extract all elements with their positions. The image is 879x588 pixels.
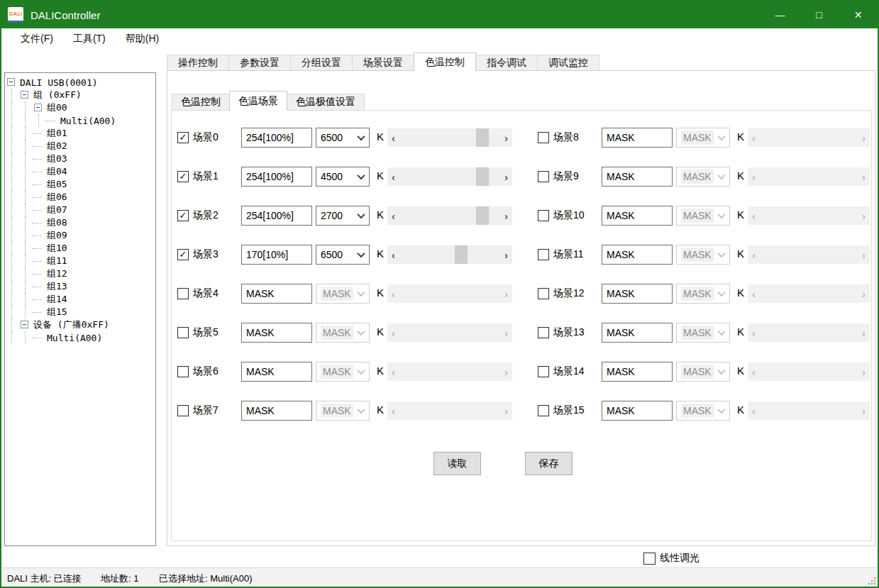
- scene-label: 场景3: [193, 248, 219, 261]
- scene-checkbox[interactable]: [177, 366, 189, 377]
- tree-item[interactable]: 组04: [5, 165, 155, 178]
- tree-item[interactable]: 设备 (广播0xFF): [5, 318, 155, 331]
- tree-item[interactable]: 组 (0xFF): [5, 89, 155, 101]
- read-button[interactable]: 读取: [433, 452, 481, 475]
- maximize-button[interactable]: □: [800, 1, 839, 28]
- linear-dimming-checkbox[interactable]: [643, 553, 656, 565]
- tab-色温控制[interactable]: 色温控制: [414, 52, 476, 71]
- scene-checkbox[interactable]: [177, 405, 189, 416]
- tab-操作控制[interactable]: 操作控制: [167, 55, 229, 71]
- tree-item[interactable]: 组02: [5, 140, 155, 152]
- tree-item[interactable]: 组07: [5, 204, 155, 216]
- cct-scrollbar[interactable]: ‹›: [387, 128, 512, 147]
- tree-item[interactable]: 组14: [5, 293, 155, 306]
- scroll-left-icon[interactable]: ‹: [387, 206, 399, 225]
- scene-checkbox[interactable]: [538, 132, 549, 143]
- collapse-icon[interactable]: [32, 101, 45, 114]
- scene-brightness-input[interactable]: [602, 362, 673, 382]
- tree-item[interactable]: 组11: [5, 255, 155, 267]
- cct-scrollbar[interactable]: ‹›: [387, 245, 512, 264]
- menu-item-文件(F)[interactable]: 文件(F): [11, 33, 63, 45]
- close-button[interactable]: ✕: [839, 1, 878, 28]
- scene-checkbox[interactable]: [538, 171, 549, 182]
- scroll-left-icon[interactable]: ‹: [387, 128, 399, 147]
- scroll-right-icon[interactable]: ›: [500, 167, 512, 186]
- scroll-right-icon[interactable]: ›: [500, 245, 512, 264]
- tree-item[interactable]: 组13: [5, 280, 155, 293]
- tree-item[interactable]: 组00: [5, 101, 155, 114]
- tree-item[interactable]: 组15: [5, 306, 155, 318]
- tree-item[interactable]: 组06: [5, 191, 155, 204]
- collapse-icon[interactable]: [18, 318, 32, 331]
- scrollbar-thumb[interactable]: [455, 245, 468, 264]
- scene-checkbox[interactable]: ✓: [177, 249, 189, 260]
- tab-分组设置[interactable]: 分组设置: [290, 55, 353, 71]
- tree-item[interactable]: 组08: [5, 216, 155, 229]
- scene-brightness-input[interactable]: [241, 206, 312, 226]
- scene-checkbox[interactable]: [538, 210, 549, 221]
- tab-场景设置[interactable]: 场景设置: [352, 55, 414, 71]
- cct-scrollbar[interactable]: ‹›: [387, 206, 512, 225]
- scene-checkbox[interactable]: [538, 249, 549, 260]
- scroll-right-icon[interactable]: ›: [500, 206, 512, 225]
- subtab-色温场景[interactable]: 色温场景: [229, 91, 287, 111]
- tree-item[interactable]: 组09: [5, 229, 155, 242]
- scene-brightness-input[interactable]: [241, 128, 312, 148]
- scrollbar-thumb[interactable]: [476, 128, 489, 147]
- scene-checkbox[interactable]: [177, 288, 189, 299]
- scene-checkbox[interactable]: [177, 327, 189, 338]
- scene-brightness-input[interactable]: [241, 401, 312, 421]
- scene-brightness-input[interactable]: [241, 284, 312, 304]
- scene-brightness-input[interactable]: [602, 284, 673, 304]
- tree-item[interactable]: 组10: [5, 242, 155, 255]
- scene-brightness-input[interactable]: [241, 362, 312, 382]
- scene-brightness-input[interactable]: [602, 128, 673, 148]
- tree-item[interactable]: DALI USB(0001): [5, 76, 155, 89]
- scene-brightness-input[interactable]: [241, 167, 312, 187]
- scene-checkbox[interactable]: [538, 405, 549, 416]
- scrollbar-thumb[interactable]: [476, 206, 489, 225]
- cct-scrollbar[interactable]: ‹›: [387, 167, 512, 186]
- scene-checkbox[interactable]: [538, 327, 549, 338]
- tree-item[interactable]: 组12: [5, 267, 155, 280]
- tree-item[interactable]: Multi(A00): [5, 331, 155, 344]
- scroll-right-icon[interactable]: ›: [500, 128, 512, 147]
- scene-checkbox[interactable]: ✓: [177, 210, 189, 221]
- menu-item-帮助(H)[interactable]: 帮助(H): [116, 33, 169, 45]
- scene-checkbox[interactable]: [538, 288, 549, 299]
- scene-brightness-input[interactable]: [602, 206, 673, 226]
- scene-checkbox[interactable]: ✓: [177, 171, 189, 182]
- device-tree: DALI USB(0001)组 (0xFF)组00Multi(A00)组01组0…: [4, 72, 156, 546]
- save-button[interactable]: 保存: [525, 452, 573, 475]
- scroll-left-icon[interactable]: ‹: [387, 167, 399, 186]
- tree-item[interactable]: Multi(A00): [5, 114, 155, 127]
- tree-item[interactable]: 组05: [5, 178, 155, 191]
- collapse-icon[interactable]: [5, 76, 18, 89]
- scene-brightness-input[interactable]: [241, 323, 312, 343]
- scene-checkbox[interactable]: ✓: [177, 132, 189, 143]
- scene-brightness-input[interactable]: [241, 245, 312, 265]
- scene-brightness-input[interactable]: [602, 323, 673, 343]
- scene-checkbox[interactable]: [538, 366, 549, 377]
- tree-item[interactable]: 组03: [5, 152, 155, 165]
- subtab-色温控制[interactable]: 色温控制: [172, 94, 230, 111]
- scrollbar-thumb[interactable]: [476, 167, 489, 186]
- scene-cct-select[interactable]: 6500: [316, 128, 370, 148]
- tab-调试监控[interactable]: 调试监控: [537, 55, 599, 71]
- scene-cct-select[interactable]: 4500: [316, 167, 370, 187]
- tab-指令调试[interactable]: 指令调试: [475, 55, 538, 71]
- minimize-button[interactable]: —: [761, 1, 800, 28]
- scene-cct-select[interactable]: 2700: [316, 206, 370, 226]
- scroll-left-icon[interactable]: ‹: [387, 245, 399, 264]
- scene-cct-select[interactable]: 6500: [316, 245, 370, 265]
- subtab-色温极值设置[interactable]: 色温极值设置: [287, 94, 365, 111]
- menu-item-工具(T)[interactable]: 工具(T): [63, 33, 116, 45]
- resize-grip-icon[interactable]: [868, 577, 875, 584]
- scene-brightness-input[interactable]: [602, 401, 673, 421]
- scene-brightness-input[interactable]: [602, 245, 673, 265]
- tree-item[interactable]: 组01: [5, 127, 155, 140]
- tab-参数设置[interactable]: 参数设置: [228, 55, 291, 71]
- collapse-icon[interactable]: [18, 89, 32, 101]
- scene-brightness-input[interactable]: [602, 167, 673, 187]
- tree-item-label: 组14: [45, 293, 67, 306]
